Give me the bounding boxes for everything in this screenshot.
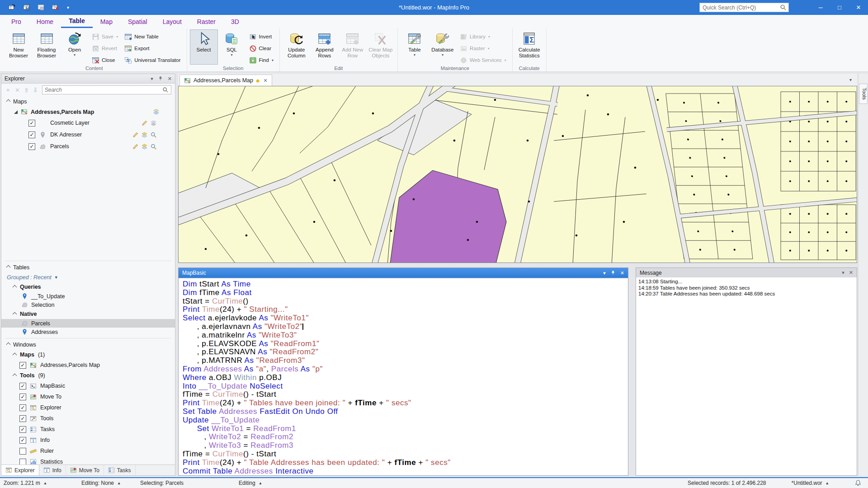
universal-translator-button[interactable]: Universal Translator [122, 54, 183, 66]
explorer-search[interactable] [42, 85, 171, 94]
notifications-bell-icon[interactable] [854, 479, 862, 487]
status-editing[interactable]: Editing▲ [239, 480, 262, 486]
tools-vertical-tab[interactable]: Tools [859, 84, 868, 104]
window-checkbox[interactable]: ✓ [19, 415, 26, 422]
collapse-chevron-icon[interactable] [13, 352, 17, 357]
maximize-button[interactable]: □ [830, 0, 849, 15]
pencil-icon[interactable] [132, 143, 139, 150]
window-item-tasks[interactable]: ✓Tasks [1, 424, 175, 435]
status-workspace[interactable]: *Untitled.wor▲ [792, 480, 829, 486]
panel-close-icon[interactable]: ✕ [168, 76, 172, 82]
bottom-tab-tasks[interactable]: Tasks [104, 465, 136, 475]
window-item-mapbasic[interactable]: ✓MapBasic [1, 380, 175, 391]
tree-group-native[interactable]: Native [1, 309, 175, 319]
style-icon[interactable] [141, 143, 148, 150]
panel-menu-icon[interactable]: ▾ [842, 270, 844, 276]
tree-group-maps[interactable]: Maps(1) [1, 350, 175, 360]
database-button[interactable]: Database▾ [429, 29, 457, 65]
move-down-icon[interactable]: ⇩ [33, 87, 38, 94]
style-icon[interactable] [141, 131, 148, 138]
clear-map-objects-button[interactable]: Clear Map Objects [367, 29, 395, 65]
move-up-icon[interactable]: ⇧ [24, 87, 29, 94]
collapse-chevron-icon[interactable] [13, 285, 17, 289]
layer-row-dk-adresser[interactable]: ✓DK Adresser [1, 129, 175, 141]
ribbon-tab-raster[interactable]: Raster [189, 15, 223, 28]
status-selected-records[interactable]: Selected records: 1 of 2.496.228 [688, 480, 766, 486]
tree-section-windows[interactable]: Windows [1, 339, 175, 350]
collapse-chevron-icon[interactable] [6, 265, 11, 270]
window-checkbox[interactable]: ✓ [19, 404, 26, 411]
append-rows-button[interactable]: Append Rows [311, 29, 339, 65]
layer-row-parcels[interactable]: ✓Parcels [1, 141, 175, 152]
search-icon[interactable] [162, 87, 169, 93]
new-browser-button[interactable]: New Browser [5, 29, 33, 65]
window-checkbox[interactable] [19, 459, 26, 465]
pencil-icon[interactable] [132, 131, 139, 138]
table-item-__to_update[interactable]: __To_Update [1, 292, 175, 300]
tree-group-queries[interactable]: Queries [1, 282, 175, 292]
search-icon[interactable] [780, 4, 788, 11]
select-button[interactable]: Select [190, 29, 218, 65]
close-button[interactable]: Close [90, 54, 120, 66]
close-button[interactable]: ✕ [849, 0, 868, 15]
zoomlayer-icon[interactable] [150, 143, 157, 150]
web-services-button[interactable]: Web Services▾ [458, 54, 509, 66]
table-item-addresses[interactable]: Addresses [1, 328, 175, 336]
window-item-tools[interactable]: ✓Tools [1, 413, 175, 424]
explorer-search-input[interactable] [45, 87, 162, 93]
table-item-selection[interactable]: Selection [1, 300, 175, 309]
pencil-icon[interactable] [141, 120, 148, 127]
window-checkbox[interactable]: ✓ [19, 426, 26, 433]
window-item-ruler[interactable]: Ruler [1, 446, 175, 456]
export-button[interactable]: Export [122, 42, 183, 54]
tab-list-chevron-icon[interactable]: ▾ [849, 77, 852, 82]
revert-button[interactable]: Revert [90, 42, 120, 54]
ribbon-tab-table[interactable]: Table [61, 15, 93, 28]
panel-close-icon[interactable]: ✕ [620, 270, 624, 276]
tree-node-map[interactable]: Addresses,Parcels Map [1, 107, 175, 117]
table-button[interactable]: Table▾ [401, 29, 429, 65]
mapbasic-code-editor[interactable]: Dim tStart As TimeDim fTime As FloattSta… [179, 278, 628, 475]
bottom-tab-move-to[interactable]: Move To [66, 465, 104, 475]
layer-checkbox[interactable]: ✓ [28, 143, 35, 150]
layer-checkbox[interactable]: ✓ [28, 131, 35, 138]
qat-new-table-icon[interactable] [8, 4, 16, 11]
calculate-statistics-button[interactable]: ΣCalculate Statistics [515, 29, 543, 65]
ribbon-tab-3d[interactable]: 3D [223, 15, 247, 28]
collapse-chevron-icon[interactable] [13, 312, 17, 316]
window-item-explorer[interactable]: ✓Explorer [1, 402, 175, 413]
tables-grouping-selector[interactable]: Grouped : Recent▼ [1, 272, 175, 282]
window-item-move-to[interactable]: ✓Move To [1, 391, 175, 402]
bottom-tab-info[interactable]: Info [39, 465, 66, 475]
raster-button[interactable]: Raster▾ [458, 42, 509, 54]
quick-search[interactable] [699, 3, 789, 12]
zoomlayer-icon[interactable] [150, 131, 157, 138]
panel-menu-icon[interactable]: ▾ [151, 76, 153, 82]
panel-pin-icon[interactable] [158, 76, 163, 81]
update-column-button[interactable]: Update Column [283, 29, 311, 65]
qat-window-save-icon[interactable] [23, 4, 30, 11]
window-checkbox[interactable] [19, 448, 26, 455]
find-button[interactable]: Find▾ [247, 54, 276, 66]
layers-icon[interactable] [153, 108, 160, 115]
collapse-chevron-icon[interactable] [6, 99, 11, 104]
window-checkbox[interactable]: ✓ [19, 362, 26, 369]
window-item-info[interactable]: ✓Info [1, 435, 175, 446]
tree-group-tools[interactable]: Tools(9) [1, 371, 175, 380]
collapse-chevron-icon[interactable] [13, 373, 17, 378]
minimize-button[interactable]: ─ [811, 0, 830, 15]
ribbon-tab-home[interactable]: Home [29, 15, 61, 28]
status-editing[interactable]: Editing: None▲ [81, 480, 140, 486]
library-button[interactable]: Library▾ [458, 31, 509, 42]
window-checkbox[interactable]: ✓ [19, 437, 26, 444]
bottom-tab-explorer[interactable]: Explorer [1, 465, 39, 475]
quick-search-input[interactable] [700, 5, 780, 11]
table-item-parcels[interactable]: Parcels [1, 319, 175, 328]
style-gray-icon[interactable] [150, 120, 157, 127]
panel-close-icon[interactable]: ✕ [849, 270, 853, 276]
qat-save-icon[interactable] [37, 4, 45, 11]
map-document-tab[interactable]: Addresses,Parcels Map ◆ ✕ [179, 75, 272, 86]
save-button[interactable]: Save▾ [90, 31, 120, 42]
map-canvas[interactable] [178, 86, 857, 263]
ribbon-tab-pro[interactable]: Pro [4, 15, 29, 28]
